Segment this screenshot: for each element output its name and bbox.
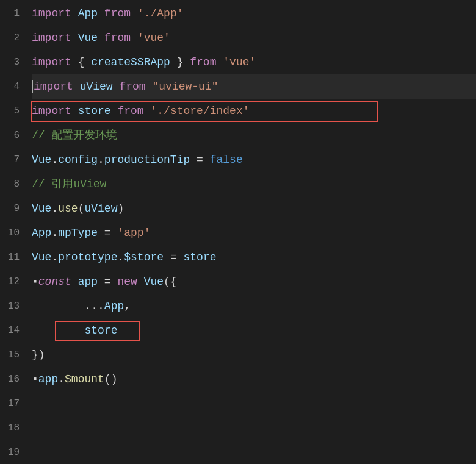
token-punct — [113, 80, 120, 93]
token-method: $mount — [65, 373, 104, 385]
token-punct: }) — [32, 349, 45, 361]
token-ident-store: store — [184, 251, 217, 263]
line-number-9: 9 — [0, 196, 20, 221]
line-number-6: 6 — [0, 123, 20, 148]
token-punct: ( — [78, 202, 85, 215]
line-number-2: 2 — [0, 26, 20, 50]
token-ident-store: store — [84, 324, 117, 337]
line-number-18: 18 — [0, 416, 20, 440]
token-equal: = — [170, 251, 177, 263]
code-line-14: Vue.prototype.$store = store — [32, 245, 476, 269]
token-punct: . — [51, 251, 58, 263]
token-ident-store: store — [78, 105, 111, 117]
token-ident-Vue: Vue — [144, 276, 164, 288]
line-number-17: 17 — [0, 391, 20, 416]
token-punct — [73, 80, 80, 93]
token-punct: ({ — [164, 276, 177, 288]
token-punct — [146, 80, 153, 93]
token-punct — [164, 251, 170, 263]
token-kw-false: false — [210, 154, 243, 166]
code-line-18: }) — [32, 343, 476, 367]
token-punct — [98, 7, 104, 20]
code-line-4: import uView from "uview-ui" — [32, 74, 476, 99]
token-punct: ) — [117, 202, 124, 215]
line-number-12: 12 — [0, 269, 20, 294]
token-punct — [111, 105, 118, 117]
token-punct: . — [117, 251, 124, 263]
token-punct: () — [104, 373, 118, 385]
token-prop: prototype — [58, 251, 117, 263]
token-punct — [131, 32, 137, 44]
code-editor: 1234567891011121314151617181920 import A… — [0, 0, 476, 464]
token-ident-App: App — [104, 300, 124, 312]
code-line-5: import store from './store/index' — [32, 99, 476, 123]
token-kw-import: import — [34, 80, 73, 93]
token-ident-app: app — [38, 373, 58, 385]
token-kw-from: from — [117, 105, 143, 117]
token-punct — [98, 227, 104, 239]
code-line-13: App.mpType = 'app' — [32, 221, 476, 245]
token-string-sq: 'vue' — [223, 56, 256, 68]
token-punct — [111, 276, 118, 288]
token-prop: mpType — [58, 227, 98, 239]
token-punct — [32, 300, 84, 312]
token-punct — [190, 154, 197, 166]
token-ident-App: App — [78, 7, 98, 20]
token-string-dq: "uview-ui" — [152, 80, 218, 93]
token-ident-App: App — [32, 227, 51, 239]
code-line-11: Vue.use(uView) — [32, 196, 476, 221]
token-kw-from: from — [119, 80, 145, 93]
token-equal: = — [104, 276, 111, 288]
token-punct: , — [124, 300, 131, 312]
token-string-sq: 'app' — [117, 227, 150, 239]
token-ident-Vue: Vue — [32, 154, 51, 166]
token-punct — [71, 7, 78, 20]
token-punct — [111, 227, 118, 239]
code-line-10: // 引用uView — [32, 172, 476, 196]
line-number-14: 14 — [0, 318, 20, 343]
code-line-3: import { createSSRApp } from 'vue' — [32, 50, 476, 74]
token-kw-from: from — [190, 56, 216, 68]
token-ident-uView: uView — [80, 80, 113, 93]
token-punct — [98, 32, 104, 44]
token-kw-new: new — [117, 276, 137, 288]
line-numbers: 1234567891011121314151617181920 — [0, 1, 26, 464]
token-dollar-store: $store — [124, 251, 164, 263]
token-collapse: ▪ — [32, 373, 38, 385]
token-comment: // 引用uView — [32, 178, 106, 190]
token-ident-uView: uView — [84, 202, 117, 215]
token-equal: = — [104, 227, 111, 239]
token-equal: = — [197, 154, 203, 166]
token-punct: . — [98, 154, 104, 166]
token-punct — [216, 56, 223, 68]
line-number-8: 8 — [0, 172, 20, 196]
token-ident-Vue: Vue — [32, 251, 51, 263]
token-kw-import: import — [32, 7, 71, 20]
code-lines: import App from './App'import Vue from '… — [26, 1, 476, 464]
line-number-16: 16 — [0, 367, 20, 391]
line-number-10: 10 — [0, 221, 20, 245]
line-number-15: 15 — [0, 343, 20, 367]
token-punct — [144, 105, 151, 117]
token-ident-createSSRApp: createSSRApp — [91, 56, 170, 68]
token-prop: productionTip — [104, 154, 190, 166]
token-punct — [131, 7, 137, 20]
token-kw-const: const — [38, 276, 71, 288]
line-number-1: 1 — [0, 1, 20, 26]
token-ident-Vue: Vue — [78, 32, 98, 44]
token-string-sq: './store/index' — [150, 105, 249, 117]
token-string-sq: './App' — [137, 7, 184, 20]
token-comment: // 配置开发环境 — [32, 129, 117, 141]
token-collapse: ▪ — [32, 276, 38, 288]
token-punct: . — [51, 202, 58, 215]
token-string-sq: 'vue' — [137, 32, 170, 44]
line-number-19: 19 — [0, 440, 20, 464]
token-spread: ... — [84, 300, 104, 312]
token-punct: . — [58, 373, 65, 385]
code-line-8: Vue.config.productionTip = false — [32, 148, 476, 172]
token-punct: . — [51, 227, 58, 239]
token-punct — [203, 154, 210, 166]
code-line-2: import Vue from 'vue' — [32, 26, 476, 50]
line-number-7: 7 — [0, 148, 20, 172]
line-number-4: 4 — [0, 74, 20, 99]
